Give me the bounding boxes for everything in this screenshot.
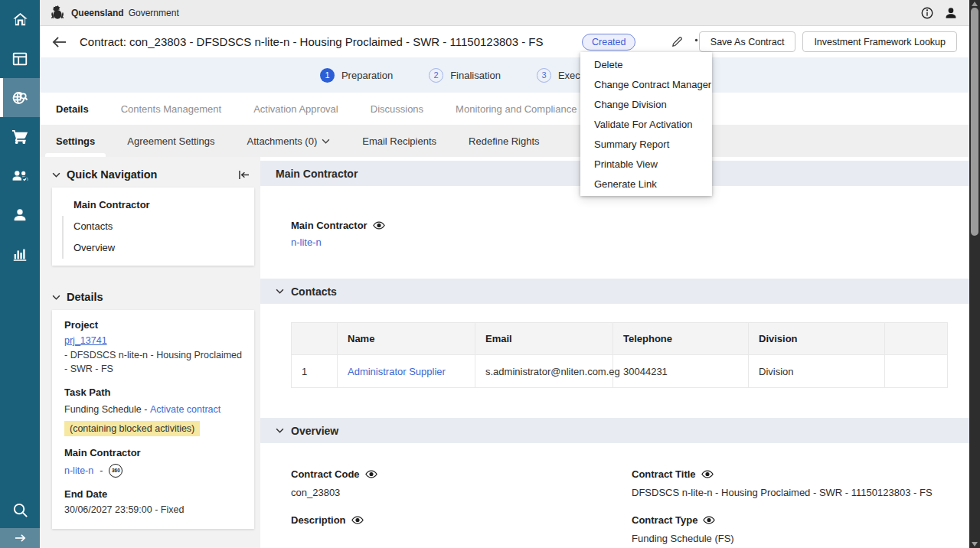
scroll-down-arrow-icon[interactable] <box>969 540 980 548</box>
quicknav-item-main-contractor[interactable]: Main Contractor <box>52 194 254 216</box>
subtab-email-recipients[interactable]: Email Recipients <box>346 125 452 157</box>
menu-item-change-division[interactable]: Change Division <box>580 94 712 114</box>
reports-chart-icon[interactable] <box>0 234 40 273</box>
step-finalisation[interactable]: 2 Finalisation <box>429 68 501 83</box>
expand-rail-button[interactable] <box>0 528 40 548</box>
scroll-up-arrow-icon[interactable] <box>969 0 980 8</box>
activate-contract-link[interactable]: Activate contract <box>150 403 220 417</box>
eye-visibility-icon[interactable] <box>703 516 715 524</box>
left-sidebar: Quick Navigation Main Contractor Contact… <box>40 157 260 548</box>
dashboard-icon[interactable] <box>0 39 40 78</box>
subtab-label: Agreement Settings <box>127 135 214 147</box>
project-description: - DFSDSCS n-lite-n - Housing Proclaimed … <box>64 349 242 376</box>
quick-navigation-panel: Main Contractor Contacts Overview <box>52 188 254 266</box>
home-icon[interactable] <box>0 0 40 39</box>
blocked-activities-warning: (containing blocked activities) <box>64 421 200 436</box>
subtab-redefine-rights[interactable]: Redefine Rights <box>452 125 556 157</box>
queensland-government-logo: Queensland Government <box>50 5 179 21</box>
main-contractor-label: Main Contractor <box>64 447 242 458</box>
menu-item-delete[interactable]: Delete <box>580 54 712 74</box>
menu-item-summary-report[interactable]: Summary Report <box>580 134 712 154</box>
step-label: Finalisation <box>450 70 501 81</box>
column-header-num <box>292 323 338 355</box>
back-arrow-icon[interactable] <box>52 36 67 48</box>
suppliers-group-icon[interactable] <box>0 156 40 195</box>
workflow-stepper: 1 Preparation 2 Finalisation 3 Execution <box>40 57 969 93</box>
menu-item-change-contract-manager[interactable]: Change Contract Manager <box>580 74 712 94</box>
chevron-down-icon <box>276 428 284 433</box>
tab-discussions[interactable]: Discussions <box>354 93 439 125</box>
subtab-label: Attachments (0) <box>247 135 317 147</box>
tab-contents-management[interactable]: Contents Management <box>105 93 238 125</box>
menu-item-printable-view[interactable]: Printable View <box>580 154 712 174</box>
field-label: Contract Code <box>291 468 360 480</box>
brand-name-bold: Queensland <box>71 8 124 18</box>
contacts-section-bar[interactable]: Contacts <box>260 279 969 304</box>
sourcing-search-icon[interactable] <box>0 78 40 117</box>
view-360-icon[interactable]: 360 <box>109 464 122 478</box>
field-description: Description <box>291 514 632 546</box>
subtab-label: Email Recipients <box>362 135 436 147</box>
info-icon[interactable] <box>920 6 934 20</box>
main-contractor-value-link[interactable]: n-lite-n <box>291 236 939 248</box>
tab-monitoring-compliance[interactable]: Monitoring and Compliance <box>439 93 593 125</box>
menu-item-generate-link[interactable]: Generate Link <box>580 174 712 194</box>
contact-name-link[interactable]: Administrator Supplier <box>348 366 446 377</box>
contacts-person-icon[interactable] <box>0 195 40 234</box>
step-number: 2 <box>429 68 443 83</box>
quicknav-item-overview[interactable]: Overview <box>52 237 254 259</box>
cell-telephone: 30044231 <box>613 355 749 388</box>
vertical-scrollbar[interactable] <box>969 0 980 548</box>
eye-visibility-icon[interactable] <box>373 221 385 230</box>
quick-navigation-title: Quick Navigation <box>67 168 157 181</box>
eye-visibility-icon[interactable] <box>351 516 364 524</box>
menu-item-validate-for-activation[interactable]: Validate For Activation <box>580 114 712 134</box>
investment-framework-lookup-button[interactable]: Investment Framework Lookup <box>802 31 957 52</box>
tab-details[interactable]: Details <box>40 93 105 125</box>
main-contractor-link[interactable]: n-lite-n <box>64 465 93 476</box>
table-row: 1 Administrator Supplier s.administrator… <box>292 355 948 388</box>
task-path-prefix: Funding Schedule - <box>64 404 150 415</box>
chevron-down-icon <box>52 295 60 300</box>
chevron-down-icon <box>52 172 60 178</box>
scrollbar-thumb[interactable] <box>971 8 978 236</box>
main-panel: Main Contractor Main Contractor n-lite-n… <box>260 157 969 548</box>
field-contract-type: Contract Type Funding Schedule (FS) <box>632 514 939 546</box>
separator-dash: - <box>100 465 103 476</box>
cart-icon[interactable] <box>0 117 40 156</box>
column-header-extra <box>885 323 948 355</box>
subtab-attachments[interactable]: Attachments (0) <box>230 125 346 157</box>
edit-pencil-icon[interactable] <box>671 35 684 48</box>
user-account-icon[interactable] <box>944 6 958 20</box>
step-preparation[interactable]: 1 Preparation <box>320 68 393 83</box>
main-tabs: Details Contents Management Activation A… <box>40 93 969 125</box>
field-label: Main Contractor <box>291 220 368 231</box>
table-header-row: Name Email Telephone Division <box>292 323 948 355</box>
subtab-agreement-settings[interactable]: Agreement Settings <box>111 125 230 157</box>
collapse-sidebar-icon[interactable] <box>238 170 250 180</box>
details-panel: Project prj_13741 - DFSDSCS n-lite-n - H… <box>52 310 254 529</box>
column-header-division: Division <box>749 323 885 355</box>
tab-activation-approval[interactable]: Activation Approval <box>237 93 354 125</box>
field-contract-code: Contract Code con_23803 <box>291 468 632 500</box>
eye-visibility-icon[interactable] <box>365 470 377 478</box>
save-as-contract-button[interactable]: Save As Contract <box>699 31 796 52</box>
subtab-label: Settings <box>56 135 95 147</box>
cell-row-number: 1 <box>292 355 338 388</box>
subtab-settings[interactable]: Settings <box>40 125 111 157</box>
overview-section-bar[interactable]: Overview <box>260 418 969 443</box>
search-icon[interactable] <box>0 497 40 522</box>
eye-visibility-icon[interactable] <box>701 470 714 478</box>
content-area: Quick Navigation Main Contractor Contact… <box>40 157 969 548</box>
cell-division: Division <box>749 355 885 388</box>
quick-navigation-header[interactable]: Quick Navigation <box>52 168 254 181</box>
page-title: Contract: con_23803 - DFSDSCS n-lite-n -… <box>80 35 544 48</box>
project-link[interactable]: prj_13741 <box>64 335 107 346</box>
quicknav-item-contacts[interactable]: Contacts <box>52 216 254 237</box>
field-label: Description <box>291 514 346 526</box>
details-panel-header[interactable]: Details <box>52 291 254 303</box>
task-path-label: Task Path <box>64 387 242 398</box>
chevron-down-icon <box>322 139 330 144</box>
coat-of-arms-icon <box>50 5 67 21</box>
end-date-label: End Date <box>64 488 242 500</box>
